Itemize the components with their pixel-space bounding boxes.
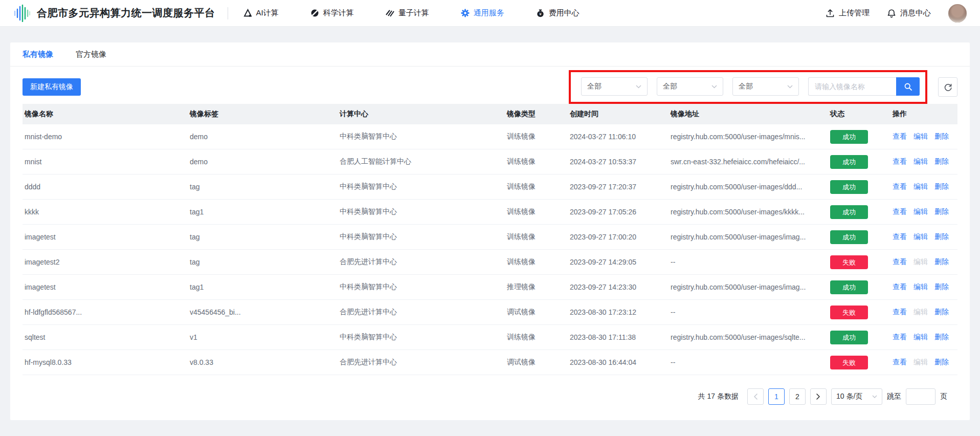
cell-compute-center: 合肥先进计算中心 <box>338 257 505 267</box>
col-image-tag: 镜像标签 <box>188 110 338 119</box>
nav-item-cost-center[interactable]: ¥ 费用中心 <box>536 8 580 18</box>
nav-item-science-compute[interactable]: 科学计算 <box>310 8 354 18</box>
filter-select-2[interactable]: 全部 <box>657 77 723 96</box>
action-delete[interactable]: 删除 <box>934 358 949 367</box>
cell-image-name: hf-mysql8.0.33 <box>23 358 188 366</box>
nav-item-ai-compute[interactable]: AI计算 <box>243 8 279 18</box>
action-view[interactable]: 查看 <box>893 333 907 342</box>
tab-private-images[interactable]: 私有镜像 <box>23 50 53 59</box>
upload-manage-button[interactable]: 上传管理 <box>826 8 870 18</box>
toolbar: 新建私有镜像 全部 全部 全部 <box>10 67 970 104</box>
col-status: 状态 <box>828 110 890 119</box>
action-delete[interactable]: 删除 <box>934 282 949 292</box>
jump-page-input[interactable] <box>906 388 936 405</box>
message-center-button[interactable]: 消息中心 <box>887 8 931 18</box>
nav-item-quantum-compute[interactable]: 量子计算 <box>386 8 429 18</box>
cell-image-tag: v8.0.33 <box>188 358 338 366</box>
col-actions: 操作 <box>890 110 957 119</box>
action-view[interactable]: 查看 <box>893 232 907 242</box>
cell-compute-center: 合肥人工智能计算中心 <box>338 157 505 166</box>
cell-image-name: imagetest <box>23 283 188 291</box>
jump-to-label: 跳至 <box>887 392 901 401</box>
cell-image-type: 推理镜像 <box>505 282 568 292</box>
action-view[interactable]: 查看 <box>893 157 907 166</box>
table-body: mnist-demo demo 中科类脑智算中心 训练镜像 2024-03-27… <box>23 124 957 375</box>
table-header-row: 镜像名称 镜像标签 计算中心 镜像类型 创建时间 镜像地址 状态 操作 <box>23 104 957 124</box>
action-delete[interactable]: 删除 <box>934 232 949 242</box>
prev-page-button[interactable] <box>747 388 764 405</box>
action-edit[interactable]: 编辑 <box>914 358 928 367</box>
header-divider <box>228 7 228 19</box>
nav-label: 费用中心 <box>549 8 580 18</box>
app-header: 合肥市多元异构算力统一调度服务平台 AI计算 科学计算 <box>0 0 980 27</box>
brand-logo-icon <box>13 5 31 22</box>
image-name-search-input[interactable] <box>808 77 896 96</box>
action-view[interactable]: 查看 <box>893 182 907 191</box>
create-private-image-button[interactable]: 新建私有镜像 <box>23 78 81 96</box>
action-delete[interactable]: 删除 <box>934 182 949 191</box>
cell-actions: 查看 编辑 删除 <box>890 207 957 216</box>
status-badge: 成功 <box>830 155 868 169</box>
cell-actions: 查看 编辑 删除 <box>890 157 957 166</box>
status-badge: 失败 <box>830 255 868 269</box>
action-edit[interactable]: 编辑 <box>914 257 928 267</box>
cell-image-type: 调试镜像 <box>505 358 568 367</box>
content-card: 私有镜像 官方镜像 新建私有镜像 全部 全部 全部 <box>10 42 970 420</box>
filter-select-3[interactable]: 全部 <box>732 77 799 96</box>
action-delete[interactable]: 删除 <box>934 333 949 342</box>
upload-icon <box>826 9 835 18</box>
ai-compute-icon <box>243 9 252 17</box>
cell-compute-center: 中科类脑智算中心 <box>338 207 505 216</box>
action-delete[interactable]: 删除 <box>934 132 949 141</box>
page-size-select[interactable]: 10 条/页 <box>831 388 882 405</box>
cell-actions: 查看 编辑 删除 <box>890 132 957 141</box>
action-view[interactable]: 查看 <box>893 207 907 216</box>
action-edit[interactable]: 编辑 <box>914 207 928 216</box>
cost-center-icon: ¥ <box>536 9 545 17</box>
cell-image-tag: tag1 <box>188 283 338 291</box>
page-button-2[interactable]: 2 <box>789 388 806 405</box>
cell-created-time: 2023-09-27 17:00:20 <box>568 233 669 241</box>
table-row: hf-ldfgfld568567... v45456456_bi... 合肥先进… <box>23 300 957 325</box>
search-button[interactable] <box>896 77 920 96</box>
filter-select-2-value: 全部 <box>663 82 677 91</box>
action-delete[interactable]: 删除 <box>934 308 949 317</box>
action-delete[interactable]: 删除 <box>934 157 949 166</box>
status-badge: 成功 <box>830 331 868 344</box>
action-edit[interactable]: 编辑 <box>914 232 928 242</box>
action-view[interactable]: 查看 <box>893 358 907 367</box>
refresh-button[interactable] <box>938 77 957 97</box>
action-delete[interactable]: 删除 <box>934 207 949 216</box>
action-edit[interactable]: 编辑 <box>914 282 928 292</box>
action-edit[interactable]: 编辑 <box>914 308 928 317</box>
action-edit[interactable]: 编辑 <box>914 333 928 342</box>
filter-select-1[interactable]: 全部 <box>581 77 648 96</box>
cell-compute-center: 中科类脑智算中心 <box>338 232 505 242</box>
action-view[interactable]: 查看 <box>893 282 907 292</box>
chevron-down-icon <box>711 85 717 89</box>
cell-compute-center: 合肥先进计算中心 <box>338 308 505 317</box>
cell-image-address: registry.hub.com:5000/user-images/mnis..… <box>669 133 828 141</box>
cell-image-name: mnist-demo <box>23 133 188 141</box>
brand[interactable]: 合肥市多元异构算力统一调度服务平台 <box>13 5 215 22</box>
action-edit[interactable]: 编辑 <box>914 157 928 166</box>
action-view[interactable]: 查看 <box>893 257 907 267</box>
next-page-button[interactable] <box>810 388 827 405</box>
tab-official-images[interactable]: 官方镜像 <box>76 50 106 59</box>
action-view[interactable]: 查看 <box>893 308 907 317</box>
col-compute-center: 计算中心 <box>338 110 505 119</box>
cell-image-tag: tag <box>188 233 338 241</box>
action-edit[interactable]: 编辑 <box>914 182 928 191</box>
cell-status: 失败 <box>828 306 890 319</box>
cell-image-name: hf-ldfgfld568567... <box>23 308 188 316</box>
cell-image-address: swr.cn-east-332.hefeiaicc.com/hefeiaicc/… <box>669 158 828 166</box>
user-avatar[interactable] <box>948 4 967 23</box>
cell-image-tag: tag <box>188 258 338 266</box>
nav-item-general-service[interactable]: 通用服务 <box>461 8 504 18</box>
action-view[interactable]: 查看 <box>893 132 907 141</box>
page-button-1[interactable]: 1 <box>768 388 785 405</box>
status-badge: 成功 <box>830 205 868 219</box>
cell-actions: 查看 编辑 删除 <box>890 358 957 367</box>
action-delete[interactable]: 删除 <box>934 257 949 267</box>
action-edit[interactable]: 编辑 <box>914 132 928 141</box>
